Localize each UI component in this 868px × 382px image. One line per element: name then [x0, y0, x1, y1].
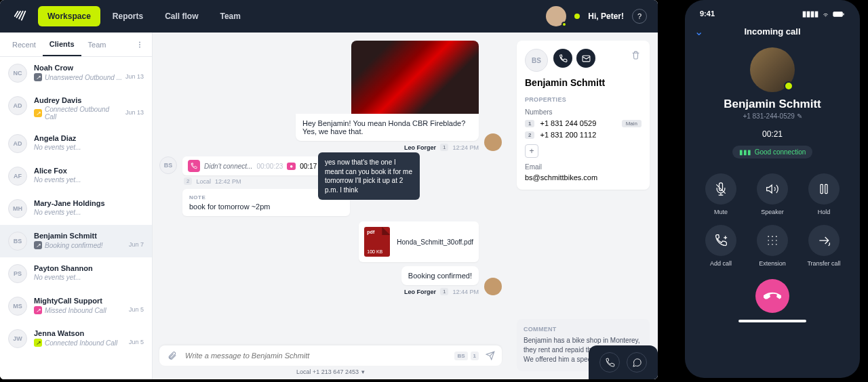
topbar-right: Hi, Peter! ? — [546, 6, 647, 26]
svg-point-11 — [768, 240, 769, 241]
field-email-label: Email — [525, 163, 642, 171]
pdf-filename: Honda_Schmitt_30off.pdf — [397, 238, 473, 246]
contact-sub: ↗Booking confirmed! — [34, 241, 103, 249]
transfer-label: Transfer call — [807, 260, 840, 267]
contact-item[interactable]: NC Noah Crow ↗Unanswered Outbound ... Ju… — [0, 57, 152, 89]
call-button[interactable] — [553, 49, 572, 68]
contact-list: NC Noah Crow ↗Unanswered Outbound ... Ju… — [0, 57, 152, 379]
app-body: Recent Clients Team NC Noah Crow ↗Unansw… — [0, 33, 658, 379]
contact-name: Mary-Jane Holdings — [34, 199, 144, 207]
sender-avatar — [484, 133, 502, 151]
msg-author: Leo Forger — [404, 144, 436, 151]
incoming-avatar: BS — [159, 156, 177, 174]
tab-clients[interactable]: Clients — [43, 33, 81, 56]
contact-item[interactable]: AD Audrey Davis ↗Connected Outbound Call… — [0, 89, 152, 127]
message-image[interactable] — [351, 41, 479, 114]
app-logo-icon — [11, 7, 30, 26]
call-timer: 00:21 — [694, 129, 850, 139]
topbar: Workspace Reports Call flow Team Hi, Pet… — [0, 0, 658, 33]
sidebar-tabs: Recent Clients Team — [0, 33, 152, 57]
pdf-attachment[interactable]: pdf 100 KB Honda_Schmitt_30off.pdf — [359, 221, 479, 262]
contact-name: Angela Diaz — [34, 134, 144, 142]
msg-badge: 1 — [440, 144, 448, 151]
svg-rect-4 — [833, 12, 843, 16]
contact-avatar: AD — [8, 96, 27, 115]
delete-button[interactable] — [629, 49, 642, 61]
caller-avatar — [750, 47, 795, 92]
home-indicator[interactable] — [738, 320, 806, 322]
hangup-button[interactable] — [755, 279, 789, 313]
contact-name: Benjamin Schmitt — [34, 232, 144, 240]
nav-team[interactable]: Team — [211, 6, 250, 26]
call-sublabel: Local — [196, 178, 211, 185]
contact-sub: No events yet... — [34, 274, 81, 281]
contact-item[interactable]: AD Angela Diaz No events yet... — [0, 127, 152, 160]
pdf-badge: 1 — [440, 288, 448, 295]
email-button[interactable] — [576, 49, 595, 68]
call-dir-icon: ↗ — [34, 109, 42, 117]
tab-recent[interactable]: Recent — [5, 33, 43, 56]
svg-point-15 — [772, 244, 773, 245]
contact-item[interactable]: MS MightyCall Support ↗Missed Inbound Ca… — [0, 290, 152, 322]
composer: BS 1 — [159, 345, 502, 366]
nav-workspace[interactable]: Workspace — [38, 6, 100, 26]
contact-avatar: BS — [525, 49, 548, 72]
contact-avatar: NC — [8, 64, 27, 83]
user-avatar[interactable] — [546, 6, 566, 26]
bottom-bar — [589, 345, 658, 379]
wifi-icon — [821, 11, 830, 18]
contact-name: Noah Crow — [34, 64, 144, 72]
number-row-1[interactable]: 1 +1 831 244 0529 Main — [525, 119, 642, 127]
contact-avatar: MH — [8, 199, 27, 218]
send-button[interactable] — [486, 351, 495, 360]
chevron-down-icon: ▾ — [361, 368, 365, 375]
ext-button[interactable] — [757, 225, 788, 256]
rec-badge-icon: ● — [287, 163, 296, 170]
message-input[interactable] — [185, 352, 448, 360]
number-row-2[interactable]: 2 +1 831 200 1112 — [525, 131, 642, 139]
contact-sub: ↗Connected Outbound Call — [34, 106, 123, 121]
note-text: book for tomorrow ~2pm — [189, 203, 343, 211]
send-target[interactable]: BS 1 — [454, 352, 479, 360]
hold-button[interactable] — [808, 173, 840, 205]
contact-item[interactable]: MH Mary-Jane Holdings No events yet... — [0, 192, 152, 225]
back-button[interactable]: ⌄ — [694, 25, 703, 38]
nav-reports[interactable]: Reports — [103, 6, 153, 26]
contact-sub: ↗Missed Inbound Call — [34, 306, 106, 314]
contact-sub: No events yet... — [34, 209, 81, 216]
contact-avatar: JW — [8, 329, 27, 348]
sidebar-menu-button[interactable] — [133, 38, 146, 51]
contact-item[interactable]: PS Payton Shannon No events yet... — [0, 257, 152, 290]
phone-missed-icon — [188, 160, 200, 172]
email-value[interactable]: bs@schmittbikes.com — [525, 173, 642, 182]
section-properties: PROPERTIES — [525, 96, 642, 103]
contact-item[interactable]: JW Jenna Watson ↗Connected Inbound Call … — [0, 322, 152, 355]
contact-item[interactable]: BS Benjamin Schmitt ↗Booking confirmed! … — [0, 225, 152, 257]
transfer-button[interactable] — [808, 225, 840, 256]
call-subbadge: 2 — [184, 177, 192, 185]
help-button[interactable]: ? — [632, 9, 647, 24]
main-badge: Main — [622, 120, 642, 127]
caller-name: Benjamin Schmitt — [694, 98, 850, 111]
pdf-time: 12:44 PM — [452, 289, 479, 295]
call-dir-icon: ↗ — [34, 241, 42, 249]
phone-time: 9:41 — [700, 9, 715, 18]
attach-button[interactable] — [166, 349, 178, 362]
tab-team[interactable]: Team — [81, 33, 113, 56]
pdf-icon: pdf 100 KB — [364, 227, 390, 257]
add-number-button[interactable]: + — [525, 144, 538, 158]
speaker-button[interactable] — [757, 173, 788, 205]
contact-item[interactable]: AF Alice Fox No events yet... — [0, 160, 152, 192]
nav-callflow[interactable]: Call flow — [155, 6, 208, 26]
from-line[interactable]: Local +1 213 647 2453 ▾ — [159, 368, 502, 375]
contact-date: Jun 5 — [129, 339, 144, 345]
dial-button[interactable] — [599, 352, 620, 373]
contact-name: Alice Fox — [34, 167, 144, 175]
mute-button[interactable] — [705, 173, 736, 205]
contact-date: Jun 5 — [129, 306, 144, 313]
chat-button[interactable] — [627, 352, 647, 373]
addcall-button[interactable] — [705, 225, 736, 256]
call-record-chip[interactable]: Didn't connect... 00:00:23 ● 00:17 — [182, 156, 334, 175]
phone-app: 9:41 ▮▮▮▮ ⌄ Incoming call Benjamin Schmi… — [685, 0, 860, 378]
contact-avatar: PS — [8, 264, 27, 283]
